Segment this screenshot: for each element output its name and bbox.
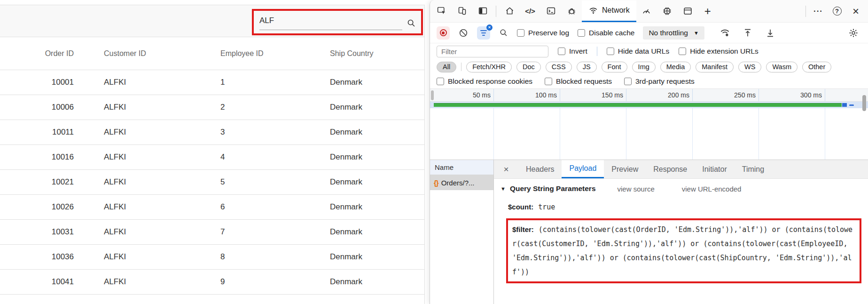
disable-cache-checkbox[interactable]: Disable cache xyxy=(578,29,634,37)
table-row[interactable]: 10041ALFKI9Denmark xyxy=(0,270,424,295)
chip-all[interactable]: All xyxy=(437,62,456,72)
chip-other[interactable]: Other xyxy=(802,62,831,72)
table-row[interactable]: 10011ALFKI3Denmark xyxy=(0,120,424,145)
search-network-icon[interactable] xyxy=(499,28,508,38)
checkbox xyxy=(558,48,565,55)
detail-tab-preview[interactable]: Preview xyxy=(604,160,646,178)
chip-manifest[interactable]: Manifest xyxy=(696,62,734,72)
filter-toggle-icon[interactable]: × xyxy=(477,26,490,40)
close-detail-icon[interactable]: × xyxy=(494,160,518,178)
tab-network[interactable]: Network xyxy=(582,0,636,22)
tick-label: 150 ms xyxy=(582,91,623,99)
performance-tab-icon[interactable] xyxy=(636,0,657,22)
data-grid: Order IDCustomer IDEmployee IDShip Count… xyxy=(0,5,425,304)
blocked-response-cookies-checkbox[interactable]: Blocked response cookies xyxy=(437,77,532,86)
layout-tab-icon[interactable] xyxy=(678,0,698,22)
network-conditions-icon[interactable] xyxy=(719,27,730,38)
cell-employee-id: 3 xyxy=(190,128,300,137)
table-row[interactable]: 10001ALFKI1Denmark xyxy=(0,70,424,95)
column-header-employee-id[interactable]: Employee ID xyxy=(190,49,300,58)
chip-img[interactable]: Img xyxy=(632,62,656,72)
grid-header-row: Order IDCustomer IDEmployee IDShip Count… xyxy=(0,37,424,70)
cell-ship-country: Denmark xyxy=(300,78,424,87)
cell-employee-id: 8 xyxy=(190,252,300,262)
column-header-customer-id[interactable]: Customer ID xyxy=(74,49,190,58)
import-har-icon[interactable] xyxy=(743,28,753,38)
detail-tab-initiator[interactable]: Initiator xyxy=(695,160,734,178)
request-name: Orders/?... xyxy=(441,179,475,187)
memory-tab-icon[interactable] xyxy=(657,0,678,22)
hide-extension-urls-checkbox[interactable]: Hide extension URLs xyxy=(679,47,759,56)
column-header-ship-country[interactable]: Ship Country xyxy=(300,49,424,58)
devtools-tabbar: </> Network xyxy=(430,0,868,23)
chip-js[interactable]: JS xyxy=(577,62,597,72)
cell-employee-id: 1 xyxy=(190,78,300,87)
overview-drag-handle[interactable] xyxy=(431,90,434,100)
help-icon[interactable]: ? xyxy=(828,0,846,22)
inspect-element-icon[interactable] xyxy=(431,0,452,22)
cell-customer-id: ALFKI xyxy=(74,128,190,137)
chip-font[interactable]: Font xyxy=(602,62,627,72)
chip-css[interactable]: CSS xyxy=(546,62,572,72)
chip-fetch-xhr[interactable]: Fetch/XHR xyxy=(466,62,512,72)
tick-label: 300 ms xyxy=(781,91,822,99)
network-settings-gear-icon[interactable] xyxy=(848,28,859,38)
dock-side-icon[interactable] xyxy=(472,0,493,22)
table-row[interactable]: 10036ALFKI8Denmark xyxy=(0,245,424,270)
detail-tab-headers[interactable]: Headers xyxy=(518,160,562,178)
grid-search-field xyxy=(259,14,402,30)
payload-content: ▼ Query String Parameters view source vi… xyxy=(494,179,868,304)
chip-ws[interactable]: WS xyxy=(738,62,761,72)
detail-tab-payload[interactable]: Payload xyxy=(562,160,604,178)
record-stop-icon[interactable] xyxy=(437,26,450,40)
blocked-requests-checkbox[interactable]: Blocked requests xyxy=(545,77,612,86)
invert-checkbox[interactable]: Invert xyxy=(558,47,587,56)
chip-doc[interactable]: Doc xyxy=(516,62,541,72)
table-row[interactable]: 10021ALFKI5Denmark xyxy=(0,170,424,195)
table-row[interactable]: 10016ALFKI4Denmark xyxy=(0,145,424,170)
export-har-icon[interactable] xyxy=(765,28,775,38)
more-options-icon[interactable]: ··· xyxy=(809,0,828,22)
checkbox xyxy=(679,48,686,55)
table-row[interactable]: 10006ALFKI2Denmark xyxy=(0,95,424,120)
network-overview[interactable]: 50 ms100 ms150 ms200 ms250 ms300 ms xyxy=(430,88,868,160)
close-devtools-icon[interactable]: × xyxy=(846,0,865,22)
more-tabs-icon[interactable]: + xyxy=(698,0,717,22)
view-url-encoded-link[interactable]: view URL-encoded xyxy=(682,185,742,193)
overview-scrollbar-thumb[interactable] xyxy=(862,95,866,111)
grid-body: 10001ALFKI1Denmark10006ALFKI2Denmark1001… xyxy=(0,70,424,295)
request-row-orders[interactable]: {}Orders/?... xyxy=(430,175,493,190)
detail-tab-timing[interactable]: Timing xyxy=(735,160,772,178)
cell-ship-country: Denmark xyxy=(300,277,424,287)
cell-order-id: 10021 xyxy=(0,177,74,187)
table-row[interactable]: 10026ALFKI6Denmark xyxy=(0,195,424,220)
sources-tab-icon[interactable]: </> xyxy=(520,0,540,22)
detail-tab-response[interactable]: Response xyxy=(646,160,695,178)
view-source-link[interactable]: view source xyxy=(618,185,655,193)
search-icon[interactable] xyxy=(406,18,416,30)
3rd-party-requests-checkbox[interactable]: 3rd-party requests xyxy=(624,77,695,86)
table-row[interactable]: 10031ALFKI7Denmark xyxy=(0,220,424,245)
params-list: $count:true$filter:(contains(tolower(cas… xyxy=(500,201,864,283)
chevron-down-icon: ▼ xyxy=(694,30,699,36)
debugger-tab-icon[interactable] xyxy=(561,0,582,22)
device-emulation-icon[interactable] xyxy=(452,0,472,22)
column-header-order-id[interactable]: Order ID xyxy=(0,49,74,58)
clear-network-log-icon[interactable] xyxy=(458,28,469,38)
section-expand-caret-icon[interactable]: ▼ xyxy=(500,186,506,192)
network-filter-input[interactable] xyxy=(437,46,548,57)
preserve-log-checkbox[interactable]: Preserve log xyxy=(517,29,569,37)
hide-data-urls-checkbox[interactable]: Hide data URLs xyxy=(607,47,669,56)
section-title: Query String Parameters xyxy=(510,184,596,193)
throttling-dropdown[interactable]: No throttling ▼ xyxy=(643,26,704,40)
grid-search-input[interactable] xyxy=(259,14,402,30)
param-key: $count: xyxy=(508,203,533,211)
cell-customer-id: ALFKI xyxy=(74,103,190,112)
chip-media[interactable]: Media xyxy=(660,62,691,72)
cell-ship-country: Denmark xyxy=(300,152,424,162)
chip-wasm[interactable]: Wasm xyxy=(766,62,798,72)
home-tab-icon[interactable] xyxy=(499,0,520,22)
console-tab-icon[interactable] xyxy=(540,0,561,22)
name-column-header[interactable]: Name xyxy=(430,160,493,175)
param-value: true xyxy=(538,203,555,211)
